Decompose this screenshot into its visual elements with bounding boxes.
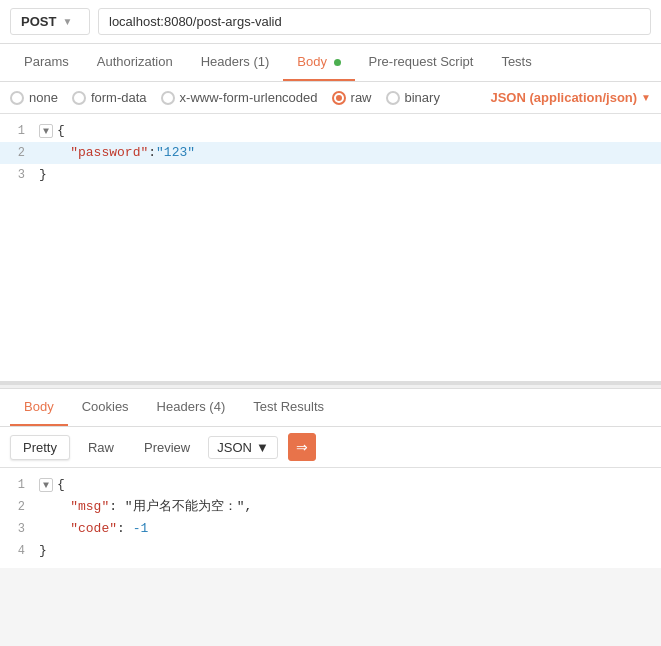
response-format-arrow: ▼ (256, 440, 269, 455)
tab-tests[interactable]: Tests (487, 44, 545, 81)
radio-form-data (72, 91, 86, 105)
req-line-1: 1 ▼{ (0, 120, 661, 142)
response-tabs: Body Cookies Headers (4) Test Results (0, 389, 661, 427)
tab-authorization[interactable]: Authorization (83, 44, 187, 81)
response-format-select[interactable]: JSON ▼ (208, 436, 278, 459)
response-toolbar: Pretty Raw Preview JSON ▼ ⇒ (0, 427, 661, 468)
radio-raw (332, 91, 346, 105)
resp-fold-arrow-1[interactable]: ▼ (39, 478, 53, 492)
url-input[interactable] (98, 8, 651, 35)
radio-binary (386, 91, 400, 105)
pretty-button[interactable]: Pretty (10, 435, 70, 460)
tab-params[interactable]: Params (10, 44, 83, 81)
preview-button[interactable]: Preview (132, 436, 202, 459)
method-select[interactable]: POST ▼ (10, 8, 90, 35)
resp-line-3: 3 "code": -1 (0, 518, 661, 540)
request-tabs: Params Authorization Headers (1) Body Pr… (0, 44, 661, 82)
option-none[interactable]: none (10, 90, 58, 105)
option-x-www[interactable]: x-www-form-urlencoded (161, 90, 318, 105)
response-body-editor: 1 ▼{ 2 "msg": "用户名不能为空：", 3 "code": -1 4… (0, 468, 661, 568)
json-format-arrow: ▼ (641, 92, 651, 103)
headers-badge: (1) (253, 54, 269, 69)
resp-tab-headers[interactable]: Headers (4) (143, 389, 240, 426)
url-bar: POST ▼ (0, 0, 661, 44)
req-line-2: 2 "password":"123" (0, 142, 661, 164)
resp-tab-test-results[interactable]: Test Results (239, 389, 338, 426)
resp-tab-cookies[interactable]: Cookies (68, 389, 143, 426)
wrap-button[interactable]: ⇒ (288, 433, 316, 461)
json-format-select[interactable]: JSON (application/json) ▼ (490, 90, 651, 105)
body-options: none form-data x-www-form-urlencoded raw… (0, 82, 661, 114)
request-body-editor[interactable]: 1 ▼{ 2 "password":"123" 3 } (0, 114, 661, 384)
tab-prerequest[interactable]: Pre-request Script (355, 44, 488, 81)
req-line-3: 3 } (0, 164, 661, 186)
option-form-data[interactable]: form-data (72, 90, 147, 105)
fold-arrow-1[interactable]: ▼ (39, 124, 53, 138)
method-label: POST (21, 14, 56, 29)
resp-line-2: 2 "msg": "用户名不能为空：", (0, 496, 661, 518)
body-dot (334, 59, 341, 66)
method-arrow: ▼ (62, 16, 72, 27)
radio-none (10, 91, 24, 105)
resp-line-4: 4 } (0, 540, 661, 562)
raw-button[interactable]: Raw (76, 436, 126, 459)
resp-tab-body[interactable]: Body (10, 389, 68, 426)
resp-line-1: 1 ▼{ (0, 474, 661, 496)
option-raw[interactable]: raw (332, 90, 372, 105)
tab-body[interactable]: Body (283, 44, 354, 81)
radio-x-www (161, 91, 175, 105)
tab-headers[interactable]: Headers (1) (187, 44, 284, 81)
option-binary[interactable]: binary (386, 90, 440, 105)
